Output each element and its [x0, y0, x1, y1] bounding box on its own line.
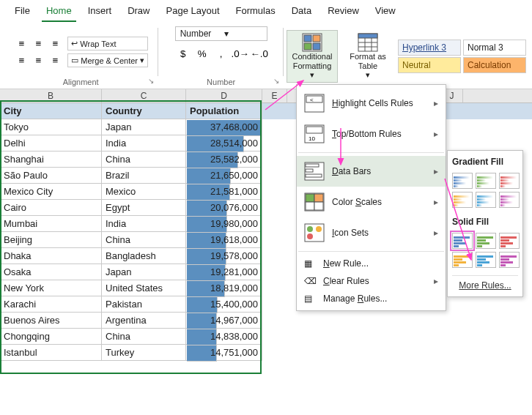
solid-swatch[interactable] [476, 233, 496, 249]
cell-country[interactable]: Brazil [102, 168, 186, 184]
gradient-swatch[interactable] [499, 192, 520, 208]
cell-city[interactable]: Karachi [0, 296, 102, 313]
cell-country[interactable]: China [102, 329, 186, 345]
menu-manage-rules[interactable]: ▤Manage Rules... [297, 290, 446, 307]
cell-population[interactable]: 19,578,000 [186, 248, 262, 264]
cell-city[interactable]: Shanghai [0, 152, 102, 168]
style-neutral[interactable]: Neutral [398, 57, 461, 73]
menu-new-rule[interactable]: ▦New Rule... [297, 255, 446, 272]
col-header[interactable]: C [102, 89, 186, 102]
table-row[interactable]: IstanbulTurkey14,751,000 [0, 345, 532, 361]
inc-decimal-icon[interactable]: .0→ [232, 45, 248, 61]
style-hyperlink[interactable]: Hyperlink 3 [398, 40, 461, 56]
col-header[interactable]: D [186, 89, 262, 102]
cell-population[interactable]: 15,400,000 [186, 296, 262, 313]
solid-swatch[interactable] [452, 252, 473, 268]
cell-population[interactable]: 14,751,000 [186, 345, 262, 361]
solid-swatch[interactable] [476, 252, 496, 268]
gradient-swatch[interactable] [452, 173, 473, 189]
gradient-swatch[interactable] [452, 192, 473, 208]
cell-population[interactable]: 21,650,000 [186, 168, 262, 184]
align-bot-icon[interactable]: ≡ [47, 36, 63, 52]
cell-population[interactable]: 28,514,000 [186, 135, 262, 152]
cell-population[interactable]: 37,468,000 [186, 119, 262, 135]
format-as-table-button[interactable]: Format as Table▾ [342, 30, 394, 83]
cell-city[interactable]: Buenos Aires [0, 313, 102, 329]
menu-data[interactable]: Data [287, 3, 316, 22]
cell-city[interactable]: São Paulo [0, 168, 102, 184]
dec-decimal-icon[interactable]: ←.0 [251, 45, 267, 61]
menu-color-scales[interactable]: Color Scales▸ [297, 187, 446, 217]
solid-swatch[interactable] [499, 233, 520, 249]
align-right-icon[interactable]: ≡ [47, 53, 63, 69]
cell-population[interactable]: 20,076,000 [186, 200, 262, 216]
cell-country[interactable]: India [102, 135, 186, 152]
table-row[interactable]: ChongqingChina14,838,000 [0, 329, 532, 345]
cell-city[interactable]: Delhi [0, 135, 102, 152]
solid-swatch[interactable] [499, 252, 520, 268]
align-mid-icon[interactable]: ≡ [30, 36, 46, 52]
table-row[interactable]: Buenos AiresArgentina14,967,000 [0, 313, 532, 329]
style-calculation[interactable]: Calculation [463, 57, 526, 73]
cell-country[interactable]: Mexico [102, 184, 186, 200]
cell-population[interactable]: 25,582,000 [186, 152, 262, 168]
column-headers[interactable]: BCDE IJ [0, 89, 532, 103]
alignment-launcher-icon[interactable]: ↘ [148, 77, 154, 85]
menu-insert[interactable]: Insert [84, 3, 117, 22]
cell-country[interactable]: Bangladesh [102, 248, 186, 264]
cell-city[interactable]: Osaka [0, 264, 102, 280]
cell-population[interactable]: 19,980,000 [186, 216, 262, 232]
cell-country[interactable]: Turkey [102, 345, 186, 361]
gradient-swatch[interactable] [476, 192, 496, 208]
menu-icon-sets[interactable]: Icon Sets▸ [297, 217, 446, 248]
menu-data-bars[interactable]: Data Bars▸ [297, 156, 446, 187]
cell-city[interactable]: Tokyo [0, 119, 102, 135]
cell-country[interactable]: India [102, 216, 186, 232]
menu-review[interactable]: Review [323, 3, 363, 22]
menu-highlight-cells[interactable]: < Highlight Cells Rules▸ [297, 88, 446, 119]
cell-styles-gallery[interactable]: Hyperlink 3 Normal 3 Neutral Calculation [398, 40, 526, 73]
cell-country[interactable]: Japan [102, 119, 186, 135]
merge-center-button[interactable]: ▭Merge & Center▾ [67, 53, 148, 67]
cell-country[interactable]: Pakistan [102, 296, 186, 313]
cell-city[interactable]: Dhaka [0, 248, 102, 264]
cell-city[interactable]: Mumbai [0, 216, 102, 232]
cell-city[interactable]: New York [0, 280, 102, 296]
header-cell[interactable]: City [0, 103, 102, 119]
cell-population[interactable]: 19,281,000 [186, 264, 262, 280]
gradient-swatch[interactable] [499, 173, 520, 189]
cell-city[interactable]: Beijing [0, 232, 102, 248]
table-row[interactable]: KarachiPakistan15,400,000 [0, 296, 532, 313]
align-left-icon[interactable]: ≡ [13, 53, 29, 69]
cell-city[interactable]: Mexico City [0, 184, 102, 200]
header-cell[interactable]: Population [186, 103, 262, 119]
header-cell[interactable]: Country [102, 103, 186, 119]
comma-icon[interactable]: , [213, 45, 229, 61]
conditional-formatting-button[interactable]: Conditional Formatting▾ [287, 30, 338, 83]
col-header[interactable]: E [262, 89, 287, 102]
number-launcher-icon[interactable]: ↘ [273, 77, 279, 85]
table-row[interactable]: TokyoJapan37,468,000 [0, 119, 532, 135]
cell-country[interactable]: United States [102, 280, 186, 296]
cell-city[interactable]: Cairo [0, 200, 102, 216]
style-normal[interactable]: Normal 3 [463, 40, 526, 56]
table-row[interactable]: DelhiIndia28,514,000 [0, 135, 532, 152]
menu-draw[interactable]: Draw [123, 3, 154, 22]
wrap-text-button[interactable]: ↩Wrap Text [67, 37, 148, 51]
header-row[interactable]: CityCountryPopulation [0, 103, 532, 119]
menu-view[interactable]: View [371, 3, 400, 22]
currency-icon[interactable]: $ [175, 45, 191, 61]
cell-population[interactable]: 19,618,000 [186, 232, 262, 248]
menu-clear-rules[interactable]: ⌫Clear Rules▸ [297, 272, 446, 290]
menu-file[interactable]: File [10, 3, 34, 22]
cell-population[interactable]: 14,838,000 [186, 329, 262, 345]
cell-city[interactable]: Chongqing [0, 329, 102, 345]
align-center-icon[interactable]: ≡ [30, 53, 46, 69]
cell-country[interactable]: China [102, 152, 186, 168]
cell-population[interactable]: 18,819,000 [186, 280, 262, 296]
cell-country[interactable]: Argentina [102, 313, 186, 329]
number-format-dropdown[interactable]: Number▾ [175, 26, 267, 41]
gradient-swatch[interactable] [476, 173, 496, 189]
menu-top-bottom[interactable]: 10 Top/Bottom Rules▸ [297, 119, 446, 149]
cell-country[interactable]: Egypt [102, 200, 186, 216]
